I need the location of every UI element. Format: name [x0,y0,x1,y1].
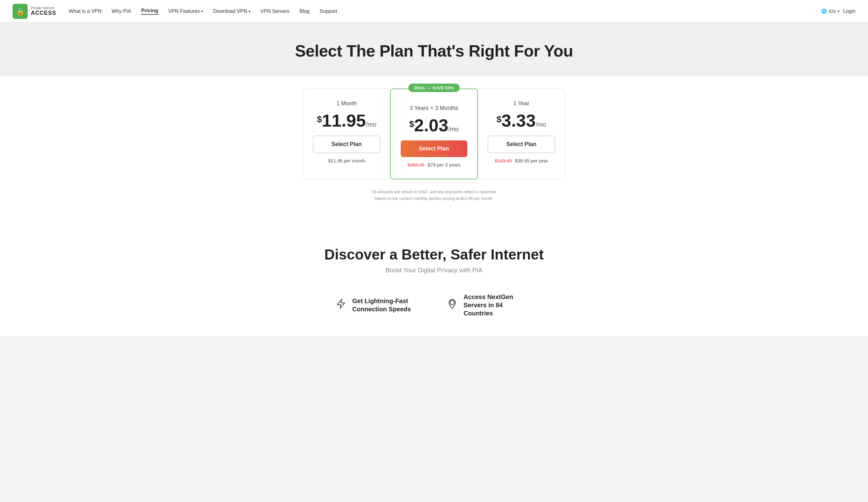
nav-download-vpn[interactable]: Download VPN ▾ [213,9,250,14]
select-plan-three-year[interactable]: Select Plan [401,140,467,157]
plan-price-three-year: $2.03/mo [401,116,467,134]
select-plan-yearly[interactable]: Select Plan [488,136,555,153]
nav-right: 🌐 EN ▾ Login [821,9,856,14]
select-plan-monthly[interactable]: Select Plan [313,136,380,153]
price-unit-monthly: /mo [366,121,376,128]
deal-badge: DEAL — SAVE 83% [409,84,460,92]
original-price-yearly: $143.40 [495,158,512,163]
feature-servers: Access NextGen Servers in 84 Countries [446,293,533,317]
nav-blog[interactable]: Blog [300,9,310,14]
discounted-price-three-year: $79 per 3 years [428,162,461,167]
plan-total-three-year: $466.05 $79 per 3 years [401,162,467,167]
price-decimal-monthly: .95 [341,111,366,130]
language-label: EN [829,9,836,14]
plan-card-three-year: DEAL — SAVE 83% 3 Years + 3 Months $2.03… [390,88,478,179]
pricing-section: 1 Month $11.95/mo Select Plan $11.95 per… [0,76,868,221]
plan-total-yearly: $143.40 $39.95 per year [488,158,555,163]
price-symbol-three-year: $ [409,120,414,128]
language-selector[interactable]: 🌐 EN ▾ [821,9,839,14]
plan-price-monthly: $11.95/mo [313,112,380,129]
price-integer-three-year: 2 [414,115,424,135]
hero-title: Select The Plan That's Right For You [6,41,862,60]
price-decimal-yearly: .33 [511,111,536,130]
original-price-three-year: $466.05 [407,162,425,167]
price-integer-yearly: 3 [502,111,511,130]
price-unit-three-year: /mo [448,126,459,133]
svg-text:🔒: 🔒 [16,7,25,16]
hero-section: Select The Plan That's Right For You [0,23,868,76]
nav-pricing[interactable]: Pricing [141,8,158,15]
pricing-disclaimer: All amounts are shown in USD, and any di… [368,189,500,202]
lightning-icon [335,298,347,312]
price-symbol-monthly: $ [317,115,322,124]
vpn-features-chevron-icon: ▾ [201,9,203,13]
plan-price-yearly: $3.33/mo [488,112,555,129]
logo-text-line1: Private Internet [31,6,56,10]
nav-why-pia[interactable]: Why PIA [112,9,131,14]
nav-links: What is a VPN Why PIA Pricing VPN Featur… [69,8,821,15]
globe-icon: 🌐 [821,9,827,14]
pin-icon [446,298,458,312]
price-unit-yearly: /mo [536,121,546,128]
plan-card-monthly: 1 Month $11.95/mo Select Plan $11.95 per… [303,88,391,179]
nav-what-is-vpn[interactable]: What is a VPN [69,9,102,14]
download-vpn-chevron-icon: ▾ [249,9,250,13]
feature-lightning-text: Get Lightning-Fast Connection Speeds [352,297,422,313]
plan-card-yearly: 1 Year $3.33/mo Select Plan $143.40 $39.… [477,88,565,179]
logo[interactable]: 🔒 Private Internet ACCESS [12,4,56,19]
feature-servers-text: Access NextGen Servers in 84 Countries [464,293,533,317]
nav-vpn-features[interactable]: VPN Features ▾ [168,9,203,14]
pricing-cards: 1 Month $11.95/mo Select Plan $11.95 per… [292,88,576,179]
price-decimal-three-year: .03 [424,115,448,135]
discounted-price-yearly: $39.95 per year [515,158,548,163]
pia-logo-icon: 🔒 [12,4,28,19]
nav-support[interactable]: Support [320,9,337,14]
bottom-subtitle: Boost Your Digital Privacy with PIA [12,267,856,274]
price-symbol-yearly: $ [497,115,502,124]
login-button[interactable]: Login [843,9,856,14]
navigation: 🔒 Private Internet ACCESS What is a VPN … [0,0,868,23]
bottom-section: Discover a Better, Safer Internet Boost … [0,221,868,336]
features-row: Get Lightning-Fast Connection Speeds Acc… [277,293,591,317]
feature-lightning: Get Lightning-Fast Connection Speeds [335,293,422,317]
svg-point-2 [450,300,454,305]
language-chevron-icon: ▾ [837,9,839,13]
price-integer-monthly: 11 [322,111,341,130]
plan-total-monthly: $11.95 per month [313,158,380,163]
plan-duration-monthly: 1 Month [313,100,380,107]
bottom-heading: Discover a Better, Safer Internet [12,246,856,263]
plan-duration-yearly: 1 Year [488,100,555,107]
plan-duration-three-year: 3 Years + 3 Months [401,105,467,112]
nav-vpn-servers[interactable]: VPN Servers [260,9,289,14]
logo-text-line2: ACCESS [31,10,56,16]
